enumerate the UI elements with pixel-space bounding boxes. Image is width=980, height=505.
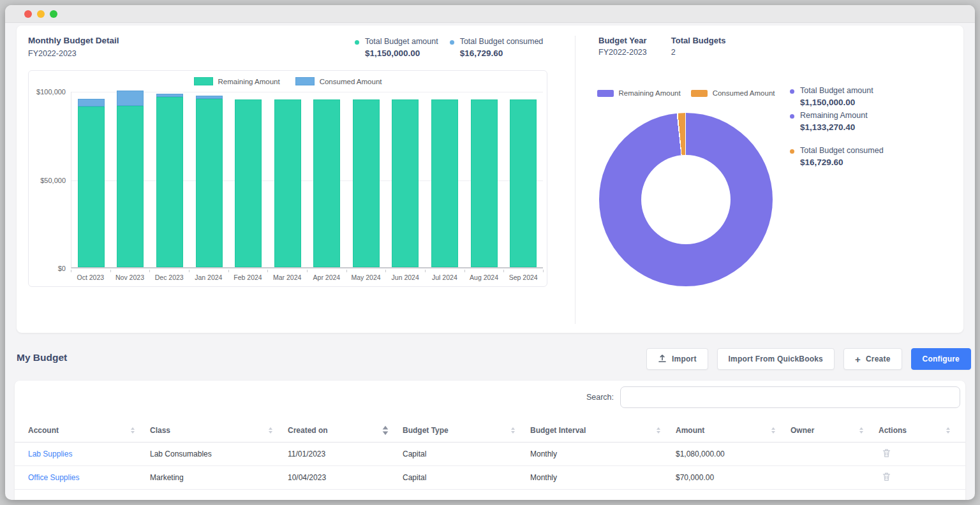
axis-tick — [149, 270, 150, 272]
sort-icon[interactable] — [859, 427, 863, 434]
bar-jan-2024[interactable] — [189, 92, 229, 267]
bar-feb-2024[interactable] — [228, 92, 268, 267]
stat-dot-icon — [790, 149, 794, 154]
stat-label: Total Budget amount — [365, 37, 438, 46]
bar-aug-2024[interactable] — [464, 92, 504, 267]
window-titlebar — [5, 5, 975, 23]
axis-tick — [110, 270, 111, 272]
delete-button[interactable] — [882, 472, 891, 483]
remaining-segment — [510, 99, 537, 267]
column-header-budget-type[interactable]: Budget Type — [403, 419, 530, 442]
x-axis-label-nov-2023: Nov 2023 — [110, 274, 150, 281]
column-header-label: Actions — [879, 426, 907, 435]
account-link[interactable]: Office Supplies — [28, 473, 80, 482]
donut-panel-headers: Budget YearFY2022-2023Total Budgets2 — [598, 36, 725, 57]
x-axis-label-jan-2024: Jan 2024 — [189, 274, 228, 281]
sort-icon[interactable] — [131, 427, 135, 434]
account-link[interactable]: Lab Supplies — [28, 450, 72, 458]
budget-donut-chart[interactable] — [599, 113, 773, 286]
search-input[interactable] — [620, 386, 960, 408]
column-header-actions[interactable]: Actions — [879, 419, 965, 442]
legend-item-consumed-amount[interactable]: Consumed Amount — [691, 89, 775, 97]
stat-value: $16,729.60 — [460, 48, 544, 58]
x-axis-label-sep-2024: Sep 2024 — [503, 274, 543, 281]
bar-jul-2024[interactable] — [425, 92, 464, 267]
bar-sep-2024[interactable] — [503, 92, 543, 267]
remaining-segment — [156, 97, 183, 267]
delete-button[interactable] — [882, 448, 891, 460]
bar-mar-2024[interactable] — [268, 92, 308, 267]
axis-tick — [503, 270, 504, 272]
bar-nov-2023[interactable] — [111, 92, 151, 267]
upload-icon — [658, 354, 667, 365]
remaining-segment — [235, 99, 262, 267]
bar-oct-2023[interactable] — [71, 92, 111, 267]
sort-icon[interactable] — [771, 427, 775, 434]
stat-total-budget-amount: Total Budget amount$1,150,000.00 — [790, 86, 884, 107]
remaining-segment — [313, 99, 340, 267]
sort-icon[interactable] — [946, 427, 950, 434]
column-header-amount[interactable]: Amount — [676, 419, 791, 442]
header-total-budgets: Total Budgets2 — [671, 36, 726, 57]
stat-value: $1,133,270.40 — [800, 122, 868, 132]
stat-total-budget-amount: Total Budget amount$1,150,000.00 — [355, 37, 438, 58]
legend-item-remaining-amount[interactable]: Remaining Amount — [194, 77, 280, 85]
cell-budget_type: Capital — [403, 465, 530, 489]
legend-swatch-icon — [194, 77, 213, 85]
cell-amount: $70,000.00 — [676, 465, 791, 489]
legend-item-consumed-amount[interactable]: Consumed Amount — [295, 77, 382, 85]
column-header-account[interactable]: Account — [15, 419, 150, 442]
legend-item-remaining-amount[interactable]: Remaining Amount — [597, 89, 681, 97]
panel-divider — [575, 36, 575, 324]
axis-tick — [189, 270, 189, 272]
zoom-window-button[interactable] — [50, 10, 57, 18]
header-label: Total Budgets — [671, 36, 726, 45]
stat-label: Remaining Amount — [800, 111, 868, 120]
bar-may-2024[interactable] — [346, 92, 386, 267]
x-axis-label-jul-2024: Jul 2024 — [425, 274, 464, 281]
remaining-segment — [117, 106, 144, 267]
my-budget-title: My Budget — [17, 352, 67, 363]
stat-dot-icon — [355, 40, 359, 45]
sort-icon[interactable] — [383, 426, 389, 435]
create-button[interactable]: +Create — [843, 348, 902, 370]
stat-dot-icon — [790, 114, 794, 119]
table-header-row: AccountClassCreated onBudget TypeBudget … — [15, 419, 965, 442]
y-axis-tick-label: $50,000 — [40, 177, 66, 184]
sort-icon[interactable] — [657, 427, 660, 434]
bar-dec-2023[interactable] — [150, 92, 189, 267]
column-header-label: Account — [28, 426, 59, 435]
stat-dot-icon — [450, 40, 454, 45]
consumed-segment — [117, 91, 144, 106]
stat-label: Total Budget consumed — [460, 37, 544, 46]
close-window-button[interactable] — [24, 10, 32, 18]
import-button[interactable]: Import — [646, 348, 708, 370]
stat-value: $16,729.60 — [800, 157, 884, 167]
stat-total-budget-consumed: Total Budget consumed$16,729.60 — [450, 37, 544, 58]
sort-icon[interactable] — [511, 427, 515, 434]
column-header-created-on[interactable]: Created on — [288, 419, 403, 442]
sort-icon[interactable] — [269, 427, 272, 434]
bar-apr-2024[interactable] — [307, 92, 346, 267]
my-budget-actions: ImportImport From QuickBooks+CreateConfi… — [646, 348, 971, 370]
axis-tick — [543, 270, 544, 272]
cell-budget_interval: Monthly — [530, 465, 676, 489]
donut-hole — [641, 155, 731, 244]
column-header-owner[interactable]: Owner — [791, 419, 879, 442]
bar-jun-2024[interactable] — [386, 92, 426, 267]
trash-icon — [882, 474, 891, 483]
column-header-budget-interval[interactable]: Budget Interval — [530, 419, 676, 442]
trash-icon — [882, 450, 891, 460]
minimize-window-button[interactable] — [37, 10, 45, 18]
axis-tick — [307, 270, 308, 272]
legend-label: Remaining Amount — [619, 89, 681, 97]
header-label: Budget Year — [598, 36, 647, 45]
bar-chart-legend: Remaining AmountConsumed Amount — [29, 77, 547, 85]
column-header-class[interactable]: Class — [150, 419, 288, 442]
configure-button[interactable]: Configure — [911, 348, 971, 370]
import-from-quickbooks-button[interactable]: Import From QuickBooks — [717, 348, 835, 370]
budget-table: AccountClassCreated onBudget TypeBudget … — [15, 419, 965, 490]
axis-tick — [71, 270, 71, 272]
cell-owner — [791, 442, 879, 465]
legend-swatch-icon — [295, 77, 315, 85]
